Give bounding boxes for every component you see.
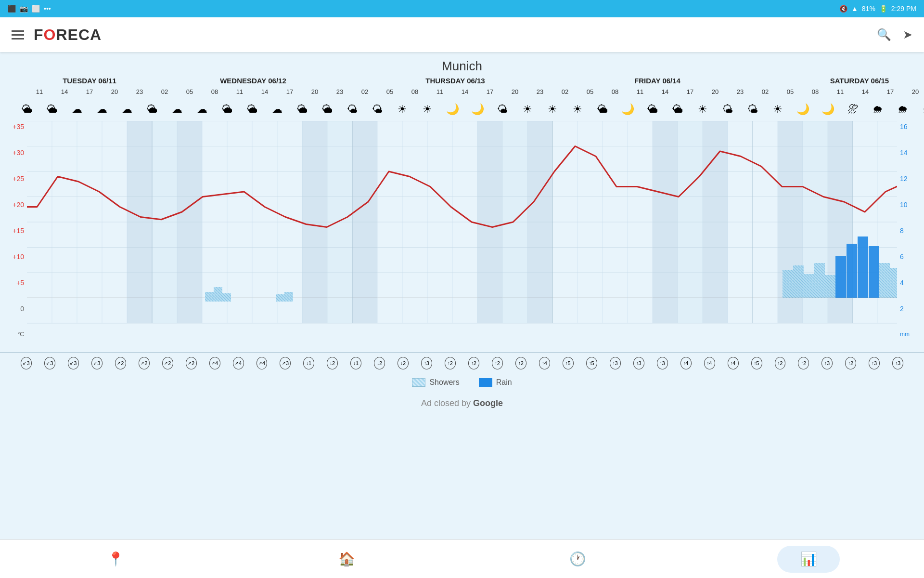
shower-bar-10 bbox=[825, 275, 835, 298]
logo: FORECA bbox=[34, 26, 102, 44]
wind-cell-1: ↙3 bbox=[21, 357, 32, 369]
status-icon-2: 📷 bbox=[20, 5, 28, 13]
hour-17-wed: 17 bbox=[277, 88, 302, 95]
hour-08-sat: 08 bbox=[803, 88, 828, 95]
wind-cell-37: ↑3 bbox=[869, 357, 880, 369]
y-label-r10: 10 bbox=[897, 201, 924, 209]
wx-icon-13: 🌥 bbox=[315, 104, 340, 115]
hour-20-fri: 20 bbox=[703, 88, 728, 95]
y-label-5: +5 bbox=[0, 279, 27, 287]
hour-11-thu: 11 bbox=[427, 88, 452, 95]
status-dots: ••• bbox=[44, 5, 51, 13]
wx-icon-36: 🌧 bbox=[890, 104, 915, 115]
hour-02-sat: 02 bbox=[753, 88, 778, 95]
hour-17-thu: 17 bbox=[477, 88, 502, 95]
nav-home-icon: 🏠 bbox=[338, 551, 355, 567]
shower-bar-11 bbox=[879, 263, 890, 298]
mute-icon: 🔇 bbox=[839, 5, 847, 13]
location-button[interactable]: ➤ bbox=[903, 28, 912, 41]
chart-svg-container: +35 +30 +25 +20 +15 +10 +5 0 °C 16 14 12… bbox=[0, 121, 924, 352]
shower-bar-12 bbox=[890, 268, 897, 298]
hour-20-wed: 20 bbox=[302, 88, 327, 95]
wind-cell-23: ↑4 bbox=[539, 357, 550, 369]
day-label-wed: WEDNESDAY 06/12 bbox=[152, 77, 354, 85]
day-label-fri: FRIDAY 06/14 bbox=[556, 77, 758, 85]
hour-11-wed: 11 bbox=[227, 88, 252, 95]
wind-cell-5: ↗2 bbox=[115, 357, 126, 369]
nav-location-icon: 📍 bbox=[107, 551, 124, 567]
y-label-r14: 14 bbox=[897, 149, 924, 157]
hour-17-fri: 17 bbox=[678, 88, 703, 95]
nav-history[interactable]: 🕐 bbox=[462, 551, 693, 567]
ad-google-text: Google bbox=[473, 398, 503, 408]
hour-05-sat: 05 bbox=[778, 88, 803, 95]
legend-rain-label: Rain bbox=[496, 378, 512, 387]
status-bar-right: 🔇 ▲ 81% 🔋 2:29 PM bbox=[839, 5, 916, 13]
legend-showers: Showers bbox=[412, 378, 459, 387]
wx-icon-32: 🌙 bbox=[790, 104, 815, 115]
nav-location[interactable]: 📍 bbox=[0, 551, 231, 567]
chart-wrapper: TUESDAY 06/11 WEDNESDAY 06/12 THURSDAY 0… bbox=[0, 77, 924, 411]
shower-bar-7 bbox=[793, 265, 804, 298]
wind-cell-26: ↑3 bbox=[610, 357, 621, 369]
wx-icon-1: 🌥 bbox=[14, 104, 39, 115]
wx-icon-21: ☀ bbox=[515, 104, 540, 115]
y-label-r4: 4 bbox=[897, 279, 924, 287]
app-bar-right: 🔍 ➤ bbox=[877, 28, 912, 41]
hour-23-fri: 23 bbox=[728, 88, 753, 95]
hour-20-sat: 20 bbox=[903, 88, 924, 95]
wind-cell-24: ↑5 bbox=[563, 357, 574, 369]
y-axis-left: +35 +30 +25 +20 +15 +10 +5 0 °C bbox=[0, 121, 27, 352]
hour-17-tue: 17 bbox=[77, 88, 102, 95]
rain-bar-3 bbox=[858, 236, 868, 298]
y-axis-right: 16 14 12 10 8 6 4 2 mm bbox=[897, 121, 924, 352]
clock: 2:29 PM bbox=[891, 5, 916, 13]
menu-button[interactable] bbox=[12, 30, 24, 39]
nav-home[interactable]: 🏠 bbox=[231, 551, 462, 567]
wind-cell-13: ↓1 bbox=[303, 357, 314, 369]
wx-icon-9: 🌥 bbox=[215, 104, 240, 115]
wx-icon-26: 🌥 bbox=[640, 104, 665, 115]
shower-bar-8 bbox=[804, 274, 814, 298]
wind-cell-10: ↗4 bbox=[233, 357, 244, 369]
hour-08-wed: 08 bbox=[202, 88, 227, 95]
shower-bar-4 bbox=[276, 294, 284, 302]
hour-20-thu: 20 bbox=[502, 88, 527, 95]
wx-icon-25: 🌙 bbox=[615, 104, 640, 115]
nav-chart[interactable]: 📊 bbox=[693, 546, 924, 573]
rain-bar-4 bbox=[869, 246, 879, 298]
app-bar-left: FORECA bbox=[12, 26, 102, 44]
hour-02-fri: 02 bbox=[552, 88, 578, 95]
wind-cell-28: ↑3 bbox=[657, 357, 668, 369]
hour-labels-row: 11 14 17 20 23 02 05 08 11 14 17 20 23 0… bbox=[0, 85, 924, 98]
legend-rain-box bbox=[479, 378, 492, 387]
wind-cell-30: ↑4 bbox=[704, 357, 715, 369]
shower-bar-9 bbox=[814, 263, 825, 298]
y-label-r2: 2 bbox=[897, 305, 924, 313]
temperature-chart bbox=[27, 121, 897, 352]
y-label-25: +25 bbox=[0, 175, 27, 183]
y-label-r16: 16 bbox=[897, 123, 924, 131]
main-content: Munich TUESDAY 06/11 WEDNESDAY 06/12 THU… bbox=[0, 52, 924, 539]
wind-cell-3: ↙3 bbox=[68, 357, 79, 369]
hour-20-tue: 20 bbox=[102, 88, 127, 95]
day-label-thu: THURSDAY 06/13 bbox=[354, 77, 556, 85]
hour-05-fri: 05 bbox=[578, 88, 603, 95]
wx-icon-10: 🌥 bbox=[240, 104, 265, 115]
app-bar: FORECA 🔍 ➤ bbox=[0, 17, 924, 52]
wind-cell-19: ↑2 bbox=[445, 357, 456, 369]
wx-icon-22: ☀ bbox=[540, 104, 565, 115]
wx-icon-23: ☀ bbox=[565, 104, 590, 115]
wind-cell-8: ↗2 bbox=[186, 357, 197, 369]
wx-icon-35: 🌧 bbox=[865, 104, 890, 115]
rain-bar-1 bbox=[835, 256, 846, 298]
search-button[interactable]: 🔍 bbox=[877, 28, 891, 41]
wx-icon-24: 🌥 bbox=[590, 104, 615, 115]
wind-cell-18: ↑3 bbox=[421, 357, 432, 369]
weather-icons-row: 🌥 🌥 ☁ ☁ ☁ 🌥 ☁ ☁ 🌥 🌥 ☁ 🌥 🌥 🌤 🌤 ☀ ☀ 🌙 🌙 🌤 … bbox=[0, 98, 924, 121]
wx-icon-16: ☀ bbox=[390, 104, 415, 115]
y-label-15: +15 bbox=[0, 227, 27, 235]
y-label-30: +30 bbox=[0, 149, 27, 157]
city-title: Munich bbox=[0, 52, 924, 77]
wx-icon-37: 🌧 bbox=[915, 104, 924, 115]
